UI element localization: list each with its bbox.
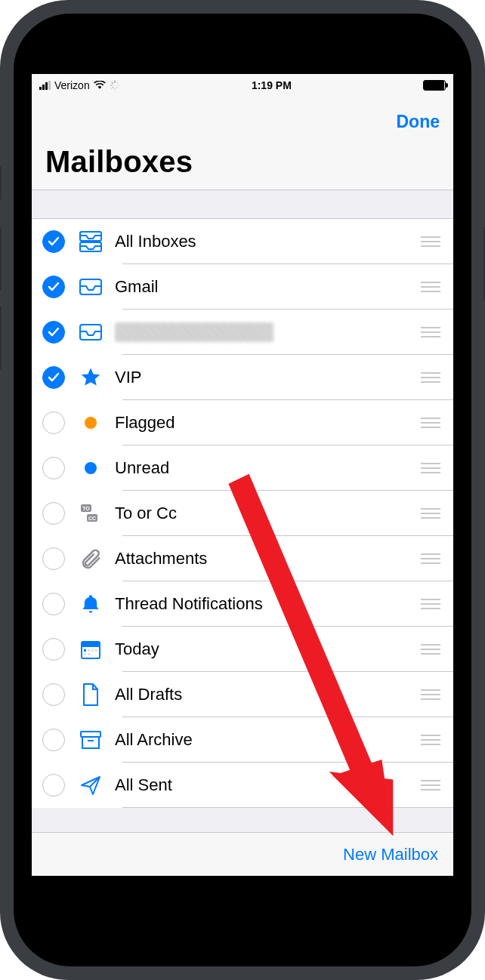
carrier-label: Verizon xyxy=(54,79,90,91)
drag-handle-icon[interactable] xyxy=(419,780,443,790)
mute-switch xyxy=(0,166,2,200)
svg-line-6 xyxy=(112,87,113,88)
drag-handle-icon[interactable] xyxy=(419,463,443,473)
phone-frame: Verizon xyxy=(0,0,485,980)
drag-handle-icon[interactable] xyxy=(419,372,443,383)
drag-handle-icon[interactable] xyxy=(419,327,443,337)
wifi-icon xyxy=(94,81,106,90)
bell-icon xyxy=(77,590,104,618)
mailbox-row[interactable]: TOCCTo or Cc xyxy=(32,491,453,536)
mailbox-row[interactable]: VIP xyxy=(32,355,453,400)
mailbox-label: Today xyxy=(115,639,419,659)
checkbox[interactable] xyxy=(42,502,65,525)
mailbox-label: Gmail xyxy=(115,277,419,297)
drag-handle-icon[interactable] xyxy=(419,282,443,292)
checkbox[interactable] xyxy=(42,411,65,434)
battery-icon xyxy=(423,80,446,91)
new-mailbox-button[interactable]: New Mailbox xyxy=(343,845,438,864)
mailbox-label: All Archive xyxy=(115,730,419,750)
mailbox-row[interactable]: Flagged xyxy=(32,400,453,445)
clip-icon xyxy=(77,545,104,572)
drag-handle-icon[interactable] xyxy=(419,418,443,428)
drag-handle-icon[interactable] xyxy=(419,735,443,745)
inbox-icon xyxy=(77,319,104,346)
svg-rect-19 xyxy=(82,642,100,647)
checkbox[interactable] xyxy=(42,321,65,344)
mailbox-label: Thread Notifications xyxy=(115,594,419,614)
draft-icon xyxy=(77,681,104,708)
mailbox-label: VIP xyxy=(115,368,419,387)
status-time: 1:19 PM xyxy=(252,79,292,91)
svg-rect-26 xyxy=(81,732,100,737)
checkbox[interactable] xyxy=(42,457,65,479)
svg-point-12 xyxy=(85,417,97,429)
mailbox-label: To or Cc xyxy=(115,504,419,523)
mailbox-label: Flagged xyxy=(115,413,419,433)
mailbox-row[interactable]: Thread Notifications xyxy=(32,581,453,627)
svg-rect-24 xyxy=(84,653,86,655)
mailbox-label: All Inboxes xyxy=(115,232,419,251)
checkbox[interactable] xyxy=(42,230,65,253)
checkbox[interactable] xyxy=(42,276,65,298)
redacted-label xyxy=(115,322,273,342)
nav-header: Done Mailboxes xyxy=(32,97,453,190)
svg-text:TO: TO xyxy=(82,506,90,511)
svg-rect-23 xyxy=(95,649,97,652)
mailbox-label: All Sent xyxy=(115,775,419,795)
page-title: Mailboxes xyxy=(32,142,453,190)
checkbox[interactable] xyxy=(42,547,65,570)
flag-dot-icon xyxy=(77,409,104,436)
mailbox-label: Unread xyxy=(115,458,419,478)
drag-handle-icon[interactable] xyxy=(419,508,443,519)
inbox-icon xyxy=(77,273,104,300)
drag-handle-icon[interactable] xyxy=(419,689,443,700)
unread-dot-icon xyxy=(77,455,104,482)
svg-rect-27 xyxy=(82,737,99,748)
mailbox-row[interactable]: Unread xyxy=(32,445,453,491)
send-icon xyxy=(77,772,104,799)
volume-down-button xyxy=(0,306,2,370)
checkbox[interactable] xyxy=(42,683,65,706)
mailbox-label: All Drafts xyxy=(115,685,419,704)
mailbox-list: All InboxesGmailVIPFlaggedUnreadTOCCTo o… xyxy=(32,190,453,832)
svg-line-3 xyxy=(116,87,118,88)
checkbox[interactable] xyxy=(42,366,65,389)
archive-icon xyxy=(77,726,104,753)
checkbox[interactable] xyxy=(42,593,65,615)
mailbox-row[interactable]: Today xyxy=(32,627,453,672)
mailbox-row[interactable]: All Sent xyxy=(32,763,453,808)
all-inboxes-icon xyxy=(77,228,104,255)
checkbox[interactable] xyxy=(42,774,65,797)
checkbox[interactable] xyxy=(42,729,65,751)
mailbox-row[interactable]: Gmail xyxy=(32,264,453,310)
svg-rect-21 xyxy=(88,649,90,652)
mailbox-row[interactable]: All Drafts xyxy=(32,672,453,717)
svg-rect-20 xyxy=(84,649,86,652)
drag-handle-icon[interactable] xyxy=(419,236,443,247)
svg-line-7 xyxy=(116,82,118,84)
svg-point-13 xyxy=(85,462,97,474)
svg-rect-22 xyxy=(91,649,94,652)
drag-handle-icon[interactable] xyxy=(419,644,443,655)
tocc-icon: TOCC xyxy=(77,500,104,527)
status-bar: Verizon xyxy=(32,74,453,97)
drag-handle-icon[interactable] xyxy=(419,599,443,609)
screen: Verizon xyxy=(32,74,453,876)
checkbox[interactable] xyxy=(42,638,65,661)
loading-spinner-icon xyxy=(110,80,120,91)
calendar-icon xyxy=(77,636,104,663)
mailbox-row[interactable]: All Archive xyxy=(32,717,453,763)
done-button[interactable]: Done xyxy=(397,112,440,132)
star-icon xyxy=(77,364,104,391)
drag-handle-icon[interactable] xyxy=(419,553,443,564)
svg-rect-25 xyxy=(88,653,90,655)
mailbox-row[interactable] xyxy=(32,310,453,355)
mailbox-label: Attachments xyxy=(115,549,419,569)
signal-icon xyxy=(39,81,51,90)
section-spacer xyxy=(32,190,453,219)
mailbox-row[interactable]: Attachments xyxy=(32,536,453,581)
mailbox-row[interactable]: All Inboxes xyxy=(32,219,453,264)
svg-line-2 xyxy=(112,82,113,84)
volume-up-button xyxy=(0,227,2,291)
svg-text:CC: CC xyxy=(88,516,96,521)
